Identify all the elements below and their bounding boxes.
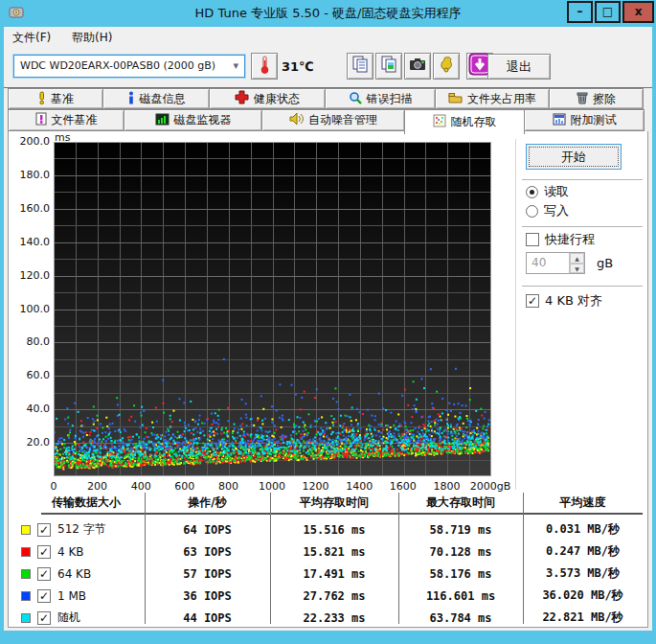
tab-label: 文件基准 <box>52 112 98 128</box>
spinner-down-icon[interactable]: ▼ <box>570 264 584 274</box>
tab-label: 磁盘监视器 <box>174 112 232 128</box>
align-4kb-label: 4 KB 对齐 <box>545 292 602 310</box>
write-radio[interactable] <box>526 205 538 218</box>
series-checkbox[interactable]: ✓ <box>37 545 51 559</box>
read-radio-label: 读取 <box>544 183 569 200</box>
tab-folder-usage[interactable]: 文件夹占用率 <box>435 88 550 109</box>
toolbar: WDC WD20EARX-00PASB0 (2000 gB) ▾ 31℃ <box>4 46 652 88</box>
quick-range-row[interactable]: 快捷行程 <box>526 231 595 248</box>
series-color-swatch <box>21 569 31 579</box>
health-cross-icon <box>235 90 249 107</box>
value-avg: 27.762 ms <box>270 589 398 603</box>
window-title: HD Tune 专业版 5.50 - 硬盘/固态硬盘实用程序 <box>0 5 656 22</box>
close-button[interactable]: x <box>622 1 654 23</box>
separator <box>522 286 643 288</box>
spinner-unit-label: gB <box>597 256 613 270</box>
series-label: 512 字节 <box>57 521 106 538</box>
value-speed: 3.573 MB/秒 <box>523 565 643 582</box>
x-tick-label: 2000gB <box>460 480 521 493</box>
tab-error-scan[interactable]: 错误扫描 <box>325 88 436 109</box>
value-max: 63.784 ms <box>398 611 523 625</box>
y-tick-label: 20.0 <box>10 436 50 448</box>
series-color-swatch <box>21 613 31 623</box>
y-tick-label: 200.0 <box>10 135 50 148</box>
tab-row-2: 文件基准 磁盘监视器 自动噪音管理 随机存取 附加测试 <box>8 109 648 131</box>
tab-label: 基准 <box>51 91 74 107</box>
series-checkbox[interactable]: ✓ <box>37 523 51 537</box>
write-radio-label: 写入 <box>544 202 569 219</box>
tab-erase[interactable]: 擦除 <box>549 88 644 109</box>
table-row: ✓512 字节64 IOPS15.516 ms58.719 ms0.031 MB… <box>9 518 643 540</box>
temperature-button[interactable] <box>251 53 278 80</box>
tab-label: 附加测试 <box>571 112 617 128</box>
start-button[interactable]: 开始 <box>526 144 622 170</box>
series-checkbox[interactable]: ✓ <box>37 611 51 625</box>
col-header-max: 最大存取时间 <box>398 494 523 511</box>
hdtune-window: HD Tune 专业版 5.50 - 硬盘/固态硬盘实用程序 – □ x 文件(… <box>0 0 656 644</box>
tab-benchmark[interactable]: 基准 <box>8 88 103 109</box>
drive-select-dropdown[interactable]: WDC WD20EARX-00PASB0 (2000 gB) ▾ <box>13 55 245 78</box>
value-iops: 64 IOPS <box>145 523 270 537</box>
spinner-up-icon[interactable]: ▲ <box>570 253 584 264</box>
tab-file-benchmark[interactable]: 文件基准 <box>8 109 124 131</box>
speaker-icon <box>289 112 304 128</box>
value-iops: 63 IOPS <box>145 545 270 559</box>
y-tick-label: 140.0 <box>10 236 50 248</box>
copy-text-button[interactable] <box>347 53 373 80</box>
tab-extra-tests[interactable]: 附加测试 <box>524 109 645 131</box>
y-tick-label: 160.0 <box>10 202 50 215</box>
series-checkbox[interactable]: ✓ <box>37 567 51 581</box>
tab-random-access[interactable]: 随机存取 <box>404 109 525 134</box>
scatter-icon <box>433 114 446 130</box>
tab-label: 错误扫描 <box>367 91 413 107</box>
y-tick-label: 60.0 <box>10 369 50 381</box>
quick-range-checkbox[interactable] <box>526 233 539 246</box>
quick-range-label: 快捷行程 <box>545 231 595 248</box>
copy-image-button[interactable] <box>375 53 402 80</box>
info-icon <box>127 91 135 107</box>
spinner-value: 40 <box>532 256 546 269</box>
tab-disk-info[interactable]: 磁盘信息 <box>102 88 210 109</box>
read-radio-row[interactable]: 读取 <box>526 183 569 200</box>
exit-button[interactable]: 退出 <box>487 54 551 80</box>
copy-image-icon <box>380 56 397 77</box>
y-tick-label: 80.0 <box>10 335 50 348</box>
menu-file[interactable]: 文件(F) <box>4 27 59 46</box>
value-speed: 0.031 MB/秒 <box>523 521 643 538</box>
minimize-button[interactable]: – <box>567 1 593 23</box>
bell-button[interactable] <box>433 53 460 80</box>
screenshot-button[interactable] <box>404 53 431 80</box>
quick-range-spinner[interactable]: 40 ▲ ▼ <box>526 252 585 274</box>
align-4kb-row[interactable]: ✓ 4 KB 对齐 <box>526 292 602 310</box>
value-avg: 22.233 ms <box>270 611 398 625</box>
tab-health[interactable]: 健康状态 <box>209 88 326 109</box>
drive-select-value: WDC WD20EARX-00PASB0 (2000 gB) <box>20 59 215 72</box>
tab-noise-management[interactable]: 自动噪音管理 <box>261 109 405 131</box>
write-radio-row[interactable]: 写入 <box>526 202 569 219</box>
tab-label: 文件夹占用率 <box>467 91 536 107</box>
exclamation-icon <box>37 91 46 107</box>
tab-disk-monitor[interactable]: 磁盘监视器 <box>124 109 262 131</box>
temperature-value: 31℃ <box>282 59 314 74</box>
titlebar[interactable]: HD Tune 专业版 5.50 - 硬盘/固态硬盘实用程序 – □ x <box>0 0 656 27</box>
table-row: ✓随机44 IOPS22.233 ms63.784 ms22.821 MB/秒 <box>9 607 643 629</box>
tab-row-1: 基准 磁盘信息 健康状态 错误扫描 文件夹占用率 擦除 <box>8 88 648 109</box>
col-header-speed: 平均速度 <box>523 494 643 511</box>
series-legend-cell: ✓1 MB <box>9 589 145 603</box>
magnifier-icon <box>349 91 362 107</box>
value-speed: 22.821 MB/秒 <box>523 610 643 626</box>
series-legend-cell: ✓512 字节 <box>9 521 145 538</box>
value-max: 58.719 ms <box>398 523 523 537</box>
maximize-button[interactable]: □ <box>595 1 621 23</box>
y-tick-label: 100.0 <box>10 303 50 315</box>
series-label: 4 KB <box>57 545 84 559</box>
menu-help[interactable]: 帮助(H) <box>63 27 121 46</box>
value-iops: 57 IOPS <box>145 567 270 581</box>
focus-rect <box>529 147 619 167</box>
align-4kb-checkbox[interactable]: ✓ <box>526 294 539 308</box>
table-row: ✓4 KB63 IOPS15.821 ms70.128 ms0.247 MB/秒 <box>9 540 643 563</box>
series-label: 64 KB <box>57 567 91 581</box>
read-radio[interactable] <box>526 186 538 198</box>
series-checkbox[interactable]: ✓ <box>37 589 51 603</box>
chevron-down-icon: ▾ <box>233 56 238 77</box>
